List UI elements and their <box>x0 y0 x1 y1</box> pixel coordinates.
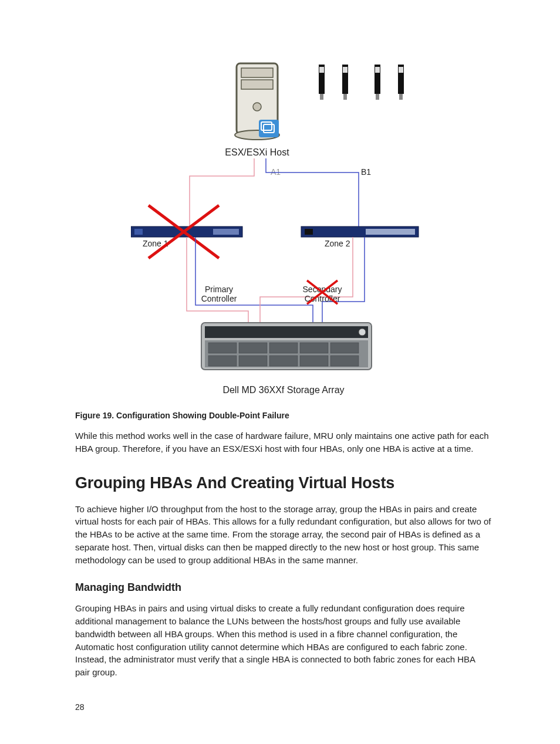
host-label: ESX/ESXi Host <box>225 147 289 157</box>
svg-rect-12 <box>343 67 348 73</box>
path-zone1-secondary <box>195 237 313 323</box>
svg-rect-9 <box>319 67 324 73</box>
server-host-icon <box>235 63 279 140</box>
path-a1 <box>190 158 254 226</box>
svg-rect-40 <box>330 356 359 366</box>
svg-rect-39 <box>300 356 328 366</box>
hba-cards-icon <box>319 65 404 100</box>
svg-rect-13 <box>343 94 347 100</box>
primary-controller-label-2: Controller <box>201 294 237 303</box>
figure-19: ESX/ESXi Host A1 B1 Zone 1 Zone 2 <box>75 59 492 405</box>
network-diagram: ESX/ESXi Host A1 B1 Zone 1 Zone 2 <box>131 59 436 405</box>
svg-rect-20 <box>134 229 143 235</box>
paragraph-intro: While this method works well in the case… <box>75 430 492 455</box>
svg-rect-16 <box>376 94 379 100</box>
svg-rect-35 <box>330 343 359 353</box>
page-number: 28 <box>75 702 492 712</box>
path-zone2-secondary <box>322 237 365 323</box>
figure-caption: Figure 19. Configuration Showing Double-… <box>75 411 492 420</box>
svg-rect-34 <box>300 343 328 353</box>
svg-rect-36 <box>208 356 237 366</box>
path-b-label: B1 <box>361 167 371 177</box>
subheading-managing-bandwidth: Managing Bandwidth <box>75 581 492 594</box>
svg-rect-25 <box>366 229 415 235</box>
svg-rect-15 <box>375 67 380 73</box>
path-a-label: A1 <box>271 167 281 177</box>
svg-rect-38 <box>269 356 298 366</box>
paragraph-bandwidth: Grouping HBAs in pairs and using virtual… <box>75 602 492 679</box>
svg-rect-21 <box>213 229 239 235</box>
svg-point-3 <box>253 103 261 111</box>
svg-rect-33 <box>269 343 298 353</box>
heading-grouping-hbas: Grouping HBAs And Creating Virtual Hosts <box>75 474 492 492</box>
storage-array-icon <box>201 323 372 370</box>
paragraph-grouping: To achieve higher I/O throughput from th… <box>75 503 492 567</box>
svg-rect-1 <box>241 68 273 77</box>
svg-rect-10 <box>320 94 323 100</box>
zone2-label: Zone 2 <box>325 239 350 248</box>
svg-rect-32 <box>239 343 267 353</box>
path-zone2-primary <box>260 237 353 323</box>
svg-rect-18 <box>399 67 403 73</box>
svg-rect-37 <box>239 356 267 366</box>
svg-rect-31 <box>208 343 237 353</box>
svg-rect-2 <box>241 80 273 89</box>
svg-point-41 <box>359 329 366 336</box>
svg-rect-24 <box>305 229 313 235</box>
array-label: Dell MD 36XXf Storage Array <box>222 385 344 395</box>
svg-rect-29 <box>205 326 368 338</box>
svg-rect-19 <box>399 94 403 100</box>
primary-controller-label-1: Primary <box>205 285 233 294</box>
